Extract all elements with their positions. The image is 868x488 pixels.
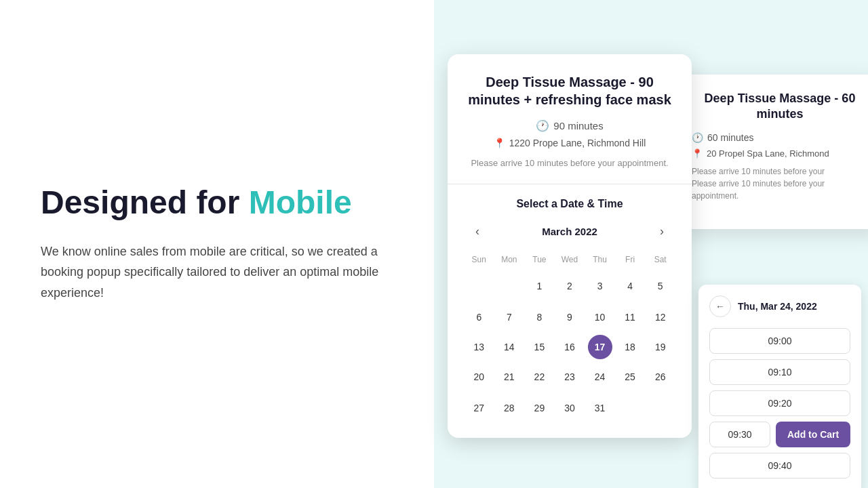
day-31[interactable]: 31 — [588, 396, 612, 420]
calendar-day-cell[interactable]: 31 — [585, 392, 615, 424]
calendar-day-cell[interactable]: 23 — [555, 362, 585, 392]
day-16[interactable]: 16 — [557, 335, 582, 359]
day-30[interactable]: 30 — [557, 396, 582, 420]
calendar-day-cell[interactable]: 19 — [645, 332, 675, 362]
day-header-mon: Mon — [494, 252, 525, 270]
calendar: ‹ March 2022 › Sun Mon Tue Wed Thu Fri S — [464, 221, 675, 424]
section-title: Select a Date & Time — [464, 198, 675, 210]
calendar-day-cell[interactable]: 1 — [524, 270, 555, 302]
day-26[interactable]: 26 — [648, 365, 673, 389]
day-11[interactable]: 11 — [618, 305, 642, 329]
calendar-month: March 2022 — [542, 226, 597, 237]
bg-card-duration: 🕐 60 minutes — [692, 132, 868, 143]
calendar-day-cell[interactable]: 22 — [524, 362, 555, 392]
bg-card-note: Please arrive 10 minutes before your Ple… — [692, 165, 868, 202]
day-1[interactable]: 1 — [527, 274, 551, 298]
time-slot-0930[interactable]: 09:30 — [709, 422, 770, 447]
calendar-day-cell[interactable]: 16 — [555, 332, 585, 362]
day-29[interactable]: 29 — [527, 396, 551, 420]
calendar-week-row: 20212223242526 — [464, 362, 675, 392]
calendar-day-cell — [645, 392, 675, 424]
day-19[interactable]: 19 — [648, 335, 673, 359]
day-12[interactable]: 12 — [648, 305, 673, 329]
day-10[interactable]: 10 — [588, 305, 612, 329]
day-7[interactable]: 7 — [497, 305, 521, 329]
day-header-thu: Thu — [585, 252, 615, 270]
calendar-day-cell[interactable]: 20 — [464, 362, 494, 392]
calendar-day-cell[interactable]: 6 — [464, 302, 494, 332]
calendar-day-cell[interactable]: 27 — [464, 392, 494, 424]
time-slot-0900[interactable]: 09:00 — [709, 328, 850, 354]
calendar-day-cell[interactable]: 29 — [524, 392, 555, 424]
main-card-title: Deep Tissue Massage - 90 minutes + refre… — [464, 73, 675, 108]
calendar-day-cell[interactable]: 13 — [464, 332, 494, 362]
day-24[interactable]: 24 — [588, 365, 612, 389]
calendar-day-cell[interactable]: 30 — [555, 392, 585, 424]
add-to-cart-button[interactable]: Add to Cart — [776, 422, 850, 447]
calendar-day-cell[interactable]: 25 — [615, 362, 646, 392]
right-section: Deep Tissue Massage - 60 minutes 🕐 60 mi… — [434, 0, 868, 488]
calendar-day-cell[interactable]: 18 — [615, 332, 646, 362]
day-21[interactable]: 21 — [497, 365, 521, 389]
calendar-week-row: 2728293031 — [464, 392, 675, 424]
calendar-day-cell — [494, 270, 525, 302]
calendar-day-cell[interactable]: 11 — [615, 302, 646, 332]
day-25[interactable]: 25 — [618, 365, 642, 389]
selected-date: Thu, Mar 24, 2022 — [738, 301, 817, 312]
time-slot-0920[interactable]: 09:20 — [709, 390, 850, 416]
calendar-day-cell[interactable]: 17 — [585, 332, 615, 362]
bg-card-title: Deep Tissue Massage - 60 minutes — [692, 91, 868, 123]
empty-day — [497, 272, 521, 297]
day-4[interactable]: 4 — [618, 274, 642, 298]
day-23[interactable]: 23 — [557, 365, 582, 389]
day-15[interactable]: 15 — [527, 335, 551, 359]
calendar-day-cell[interactable]: 14 — [494, 332, 525, 362]
time-slot-0910[interactable]: 09:10 — [709, 359, 850, 385]
heading-highlight: Mobile — [249, 184, 352, 220]
calendar-day-cell[interactable]: 5 — [645, 270, 675, 302]
back-button[interactable]: ← — [709, 296, 731, 317]
calendar-day-cell[interactable]: 10 — [585, 302, 615, 332]
calendar-day-cell[interactable]: 15 — [524, 332, 555, 362]
day-17[interactable]: 17 — [588, 335, 612, 359]
day-6[interactable]: 6 — [467, 305, 491, 329]
prev-month-button[interactable]: ‹ — [467, 221, 488, 243]
calendar-day-cell[interactable]: 28 — [494, 392, 525, 424]
day-13[interactable]: 13 — [467, 335, 491, 359]
calendar-day-cell[interactable]: 7 — [494, 302, 525, 332]
calendar-header-row: Sun Mon Tue Wed Thu Fri Sat — [464, 252, 675, 270]
day-2[interactable]: 2 — [557, 274, 582, 298]
day-header-fri: Fri — [615, 252, 646, 270]
heading-normal: Designed for — [41, 184, 249, 220]
calendar-day-cell[interactable]: 3 — [585, 270, 615, 302]
calendar-day-cell[interactable]: 24 — [585, 362, 615, 392]
day-28[interactable]: 28 — [497, 396, 521, 420]
day-8[interactable]: 8 — [527, 305, 551, 329]
day-18[interactable]: 18 — [618, 335, 642, 359]
day-9[interactable]: 9 — [557, 305, 582, 329]
day-20[interactable]: 20 — [467, 365, 491, 389]
datetime-panel: ← Thu, Mar 24, 2022 09:00 09:10 09:20 09… — [698, 285, 861, 488]
day-5[interactable]: 5 — [648, 274, 673, 298]
day-14[interactable]: 14 — [497, 335, 521, 359]
calendar-day-cell[interactable]: 21 — [494, 362, 525, 392]
day-header-wed: Wed — [555, 252, 585, 270]
calendar-day-cell[interactable]: 8 — [524, 302, 555, 332]
day-27[interactable]: 27 — [467, 396, 491, 420]
calendar-day-cell[interactable]: 9 — [555, 302, 585, 332]
time-slot-row-0930: 09:30 Add to Cart — [709, 422, 850, 447]
calendar-day-cell[interactable]: 4 — [615, 270, 646, 302]
calendar-day-cell[interactable]: 2 — [555, 270, 585, 302]
calendar-nav: ‹ March 2022 › — [464, 221, 675, 243]
calendar-day-cell[interactable]: 12 — [645, 302, 675, 332]
calendar-day-cell[interactable]: 26 — [645, 362, 675, 392]
next-month-button[interactable]: › — [651, 221, 673, 243]
main-card: Deep Tissue Massage - 90 minutes + refre… — [448, 54, 692, 438]
time-slot-0940[interactable]: 09:40 — [709, 453, 850, 479]
day-3[interactable]: 3 — [588, 274, 612, 298]
divider — [448, 184, 692, 184]
day-22[interactable]: 22 — [527, 365, 551, 389]
clock-icon: 🕐 — [692, 132, 703, 143]
calendar-week-row: 12345 — [464, 270, 675, 302]
location-icon: 📍 — [692, 148, 703, 159]
